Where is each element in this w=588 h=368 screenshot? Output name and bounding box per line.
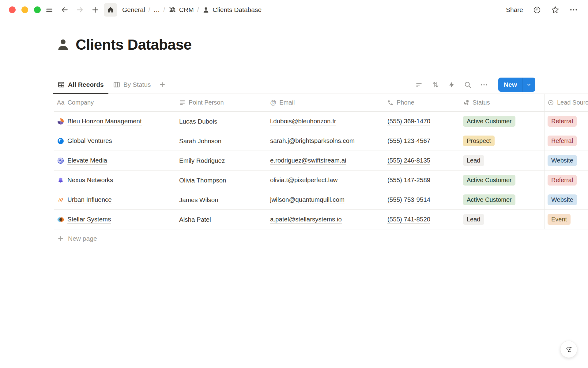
breadcrumb-clients-database[interactable]: Clients Database	[200, 5, 263, 15]
email-cell[interactable]: l.dubois@bleuhorizon.fr	[267, 112, 384, 131]
sidebar-menu-button[interactable]	[43, 3, 56, 17]
breadcrumb-crm[interactable]: CRM	[167, 5, 196, 15]
status-cell[interactable]: Lead	[460, 151, 545, 171]
email-link[interactable]: e.rodriguez@swiftstream.ai	[270, 157, 346, 165]
phone-link[interactable]: (555) 741-8520	[387, 216, 430, 224]
status-cell[interactable]: Active Customer	[460, 190, 545, 210]
column-header-phone[interactable]: Phone	[384, 94, 460, 112]
lead-source-badge[interactable]: Referral	[548, 136, 577, 146]
view-more-icon[interactable]	[480, 81, 488, 89]
lead-source-cell[interactable]: Referral	[545, 131, 588, 151]
point-person-cell[interactable]: Lucas Dubois	[176, 112, 267, 131]
phone-cell[interactable]: (555) 147-2589	[384, 171, 460, 190]
phone-cell[interactable]: (555) 246-8135	[384, 151, 460, 171]
notion-ai-button[interactable]	[560, 341, 577, 358]
email-cell[interactable]: a.patel@stellarsystems.io	[267, 210, 384, 229]
filter-icon[interactable]	[415, 81, 423, 89]
share-button[interactable]: Share	[506, 6, 523, 13]
company-name-link[interactable]: Urban Influence	[67, 196, 112, 204]
more-options-icon[interactable]	[569, 6, 578, 14]
lead-source-badge[interactable]: Website	[548, 194, 577, 205]
phone-link[interactable]: (555) 246-8135	[387, 157, 430, 165]
lead-source-badge[interactable]: Referral	[548, 116, 577, 127]
lead-source-badge[interactable]: Referral	[548, 175, 577, 186]
column-header-lead-source[interactable]: Lead Source	[545, 94, 588, 112]
company-name-link[interactable]: Global Ventures	[67, 137, 112, 145]
phone-cell[interactable]: (555) 123-4567	[384, 131, 460, 151]
new-record-button[interactable]: New	[498, 78, 522, 92]
lead-source-cell[interactable]: Event	[545, 210, 588, 229]
status-badge[interactable]: Active Customer	[463, 194, 515, 205]
email-cell[interactable]: sarah.j@brightsparksolns.com	[267, 131, 384, 151]
tab-by-status[interactable]: By Status	[108, 75, 156, 94]
add-view-button[interactable]	[156, 81, 169, 88]
status-badge[interactable]: Lead	[463, 214, 484, 225]
company-name-link[interactable]: Stellar Systems	[67, 216, 111, 224]
column-header-email[interactable]: @ Email	[267, 94, 384, 112]
company-cell[interactable]: Global Ventures	[54, 131, 176, 151]
company-name-link[interactable]: Nexus Networks	[67, 176, 113, 184]
sort-icon[interactable]	[432, 81, 439, 89]
status-badge[interactable]: Prospect	[463, 136, 495, 146]
forward-button[interactable]	[73, 3, 87, 17]
zoom-window-button[interactable]	[34, 6, 41, 13]
email-link[interactable]: jwilson@quantumquill.com	[270, 196, 345, 204]
company-name-link[interactable]: Bleu Horizon Management	[67, 117, 142, 125]
email-cell[interactable]: e.rodriguez@swiftstream.ai	[267, 151, 384, 171]
company-name-link[interactable]: Elevate Media	[67, 157, 107, 165]
back-button[interactable]	[58, 3, 71, 17]
history-clock-icon[interactable]	[533, 6, 541, 14]
point-person-cell[interactable]: Emily Rodriguez	[176, 151, 267, 171]
status-cell[interactable]: Lead	[460, 210, 545, 229]
column-header-point-person[interactable]: Point Person	[176, 94, 267, 112]
status-badge[interactable]: Active Customer	[463, 116, 515, 127]
lead-source-cell[interactable]: Referral	[545, 171, 588, 190]
status-badge[interactable]: Active Customer	[463, 175, 515, 186]
status-cell[interactable]: Prospect	[460, 131, 545, 151]
breadcrumb-collapsed[interactable]: …	[152, 5, 162, 15]
phone-link[interactable]: (555) 369-1470	[387, 117, 430, 125]
lead-source-badge[interactable]: Website	[548, 155, 577, 166]
favorite-star-icon[interactable]	[551, 6, 560, 14]
new-page-row[interactable]: New page	[54, 229, 588, 248]
lead-source-badge[interactable]: Event	[548, 214, 571, 225]
email-link[interactable]: sarah.j@brightsparksolns.com	[270, 137, 355, 145]
phone-link[interactable]: (555) 123-4567	[387, 137, 430, 145]
home-button[interactable]	[104, 3, 117, 17]
page-title[interactable]: Clients Database	[76, 36, 192, 53]
lead-source-cell[interactable]: Referral	[545, 112, 588, 131]
column-header-company[interactable]: Aa Company	[54, 94, 176, 112]
point-person-cell[interactable]: Sarah Johnson	[176, 131, 267, 151]
column-header-status[interactable]: Status	[460, 94, 545, 112]
point-person-cell[interactable]: Aisha Patel	[176, 210, 267, 229]
lead-source-cell[interactable]: Website	[545, 151, 588, 171]
close-window-button[interactable]	[9, 6, 16, 13]
point-person-cell[interactable]: James Wilson	[176, 190, 267, 210]
breadcrumb-general[interactable]: General	[120, 5, 147, 15]
tab-all-records[interactable]: All Records	[53, 75, 108, 94]
lead-source-cell[interactable]: Website	[545, 190, 588, 210]
email-link[interactable]: l.dubois@bleuhorizon.fr	[270, 117, 336, 125]
status-cell[interactable]: Active Customer	[460, 112, 545, 131]
phone-link[interactable]: (555) 753-9514	[387, 196, 430, 204]
status-badge[interactable]: Lead	[463, 155, 484, 166]
company-cell[interactable]: Nexus Networks	[54, 171, 176, 190]
point-person-cell[interactable]: Olivia Thompson	[176, 171, 267, 190]
automations-lightning-icon[interactable]	[448, 81, 456, 89]
company-cell[interactable]: Stellar Systems	[54, 210, 176, 229]
email-cell[interactable]: olivia.t@pixelperfect.law	[267, 171, 384, 190]
minimize-window-button[interactable]	[21, 6, 28, 13]
email-link[interactable]: a.patel@stellarsystems.io	[270, 216, 342, 224]
phone-cell[interactable]: (555) 741-8520	[384, 210, 460, 229]
email-link[interactable]: olivia.t@pixelperfect.law	[270, 176, 337, 184]
search-icon[interactable]	[464, 81, 472, 89]
company-cell[interactable]: Bleu Horizon Management	[54, 112, 176, 131]
new-tab-button[interactable]	[89, 3, 102, 17]
company-cell[interactable]: Urban Influence	[54, 190, 176, 210]
phone-link[interactable]: (555) 147-2589	[387, 176, 430, 184]
page-person-icon[interactable]	[55, 37, 71, 52]
phone-cell[interactable]: (555) 753-9514	[384, 190, 460, 210]
company-cell[interactable]: Elevate Media	[54, 151, 176, 171]
new-record-dropdown-button[interactable]	[522, 78, 535, 92]
status-cell[interactable]: Active Customer	[460, 171, 545, 190]
